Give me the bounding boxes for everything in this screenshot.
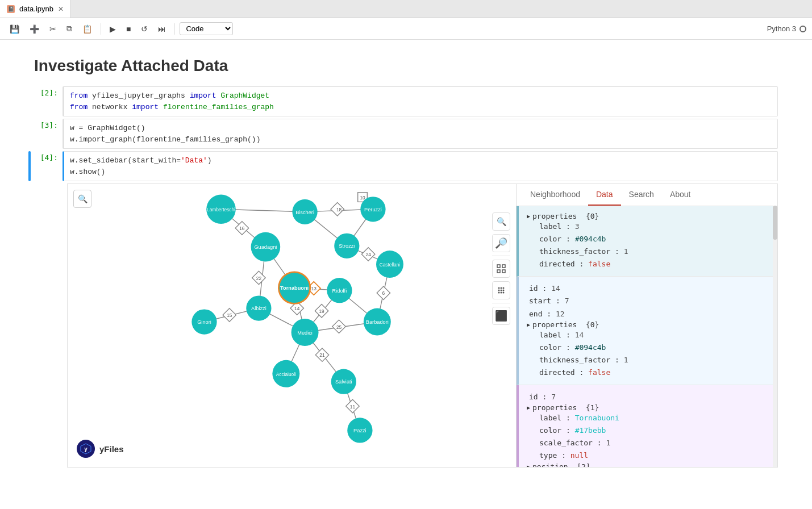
- cell-type-select[interactable]: Code Markdown: [180, 22, 233, 35]
- svg-text:19: 19: [319, 308, 324, 314]
- section-1-rows: label : 3 color : #094c4b thickness_fact…: [527, 220, 769, 270]
- section-3-position-header[interactable]: ▶ position [2]: [527, 462, 769, 468]
- data-row: color : #094c4b: [537, 233, 769, 245]
- kernel-info: Python 3: [767, 24, 806, 33]
- tab-search[interactable]: Search: [621, 184, 662, 206]
- svg-text:y: y: [84, 446, 88, 452]
- cell-2-line-1: from yfiles_jupyter_graphs import GraphW…: [70, 90, 772, 102]
- svg-text:15: 15: [227, 312, 232, 318]
- cut-button[interactable]: ✂: [45, 22, 60, 36]
- data-row: directed : false: [537, 366, 769, 379]
- svg-point-82: [498, 290, 500, 291]
- copy-button[interactable]: ⧉: [63, 22, 76, 36]
- stop-button[interactable]: ■: [122, 22, 135, 36]
- svg-text:Strozzi: Strozzi: [339, 244, 355, 249]
- cell-2: [2]: from yfiles_jupyter_graphs import G…: [34, 86, 778, 116]
- expand-arrow-4: ▶: [527, 464, 530, 468]
- tab-about[interactable]: About: [662, 184, 699, 206]
- paste-button[interactable]: 📋: [78, 22, 96, 36]
- svg-text:Albizzi: Albizzi: [251, 306, 266, 311]
- svg-text:Guadagni: Guadagni: [254, 244, 277, 250]
- svg-text:22: 22: [256, 276, 262, 281]
- notebook-content: Investigate Attached Data [2]: from yfil…: [0, 40, 812, 509]
- run-button[interactable]: ▶: [106, 22, 120, 36]
- svg-point-81: [503, 287, 505, 289]
- svg-rect-78: [502, 270, 505, 273]
- section-1-header[interactable]: ▶ properties {0}: [527, 212, 769, 220]
- kernel-status-circle: [799, 26, 806, 32]
- browser-tab-bar: 📓 data.ipynb ✕: [0, 0, 812, 18]
- svg-point-87: [503, 292, 505, 294]
- svg-text:16: 16: [239, 226, 245, 231]
- tab-close-button[interactable]: ✕: [58, 5, 64, 13]
- svg-rect-76: [502, 265, 505, 268]
- svg-text:6: 6: [382, 291, 385, 297]
- svg-text:Tornabuoni: Tornabuoni: [280, 285, 309, 291]
- section-2-rows: label : 14 color : #094c4b thickness_fac…: [527, 329, 769, 379]
- svg-point-83: [501, 290, 502, 291]
- data-row: color : #094c4b: [537, 341, 769, 354]
- data-row-id-14: id : 14: [527, 282, 769, 295]
- restart-button[interactable]: ↺: [137, 22, 152, 36]
- svg-point-84: [503, 290, 505, 291]
- svg-text:Pazzi: Pazzi: [353, 428, 367, 433]
- section-3-rows: label : Tornabuoni color : #17bebb scale…: [527, 412, 769, 462]
- graph-toolbar-left: 🔍: [73, 190, 91, 208]
- expand-arrow-3: ▶: [527, 404, 530, 411]
- svg-text:Bischeri: Bischeri: [295, 210, 314, 215]
- yfiles-text: yFiles: [99, 444, 124, 454]
- cell-3-content[interactable]: w = GraphWidget() w.import_graph(florent…: [63, 119, 778, 149]
- svg-text:Acciaiuoli: Acciaiuoli: [276, 372, 296, 377]
- data-row: scale_factor : 1: [537, 437, 769, 449]
- data-row: label : 14: [537, 329, 769, 341]
- sidebar-scrollbar-thumb[interactable]: [773, 206, 777, 240]
- cell-2-label: [2]:: [34, 86, 63, 116]
- toolbar-divider-2: [492, 303, 510, 303]
- svg-point-79: [498, 287, 500, 289]
- svg-text:13: 13: [311, 286, 317, 291]
- svg-rect-77: [497, 270, 500, 273]
- cell-4-content[interactable]: w.set_sidebar(start_with='Data') w.show(…: [63, 151, 778, 181]
- sidebar-panel: Neighborhood Data Search About ▶: [516, 184, 777, 467]
- cell-2-content[interactable]: from yfiles_jupyter_graphs import GraphW…: [63, 86, 778, 116]
- graph-search-button[interactable]: 🔍: [73, 190, 91, 208]
- cell-4: [4]: w.set_sidebar(start_with='Data') w.…: [34, 151, 778, 181]
- zoom-out-button[interactable]: 🔎: [492, 234, 510, 252]
- browser-tab[interactable]: 📓 data.ipynb ✕: [0, 0, 71, 18]
- yfiles-logo: y yFiles: [77, 440, 124, 458]
- cell-3: [3]: w = GraphWidget() w.import_graph(fl…: [34, 119, 778, 149]
- export-button[interactable]: ⬛: [492, 307, 510, 325]
- data-row: type : null: [537, 449, 769, 462]
- svg-text:11: 11: [350, 404, 356, 410]
- grid-toggle-button[interactable]: [492, 281, 510, 299]
- svg-text:25: 25: [336, 324, 342, 330]
- expand-arrow-1: ▶: [527, 213, 530, 219]
- section-3-header[interactable]: ▶ properties {1}: [527, 403, 769, 412]
- svg-text:21: 21: [319, 352, 325, 358]
- data-section-2: id : 14 start : 7 end : 12 ▶ properties …: [517, 277, 777, 385]
- cell-4-line-2: w.show(): [70, 166, 772, 178]
- svg-text:Barbadori: Barbadori: [366, 319, 389, 325]
- svg-text:Castellani: Castellani: [380, 262, 401, 268]
- tab-data[interactable]: Data: [588, 184, 621, 206]
- svg-text:18: 18: [336, 207, 342, 212]
- data-row: color : #17bebb: [537, 424, 769, 437]
- svg-text:Salviati: Salviati: [335, 379, 352, 385]
- section-2-header[interactable]: ▶ properties {0}: [527, 320, 769, 329]
- data-row: thickness_factor : 1: [537, 245, 769, 258]
- sidebar-data-content: ▶ properties {0} label : 3 color : #094c…: [517, 206, 777, 467]
- data-row: thickness_factor : 1: [537, 354, 769, 366]
- toolbar-divider-1: [492, 256, 510, 256]
- data-row: label : Tornabuoni: [537, 412, 769, 424]
- tab-neighborhood[interactable]: Neighborhood: [522, 184, 588, 206]
- data-row-end: end : 12: [527, 308, 769, 320]
- sidebar-scrollbar[interactable]: [773, 206, 777, 467]
- data-row: directed : false: [537, 258, 769, 270]
- svg-text:Ridolfi: Ridolfi: [332, 288, 347, 294]
- fit-content-button[interactable]: [492, 260, 510, 278]
- graph-area[interactable]: 🔍: [68, 184, 516, 467]
- save-button[interactable]: 💾: [6, 22, 23, 36]
- add-cell-button[interactable]: ➕: [26, 22, 43, 36]
- zoom-to-fit-button[interactable]: 🔍: [492, 212, 510, 231]
- fast-forward-button[interactable]: ⏭: [154, 22, 170, 36]
